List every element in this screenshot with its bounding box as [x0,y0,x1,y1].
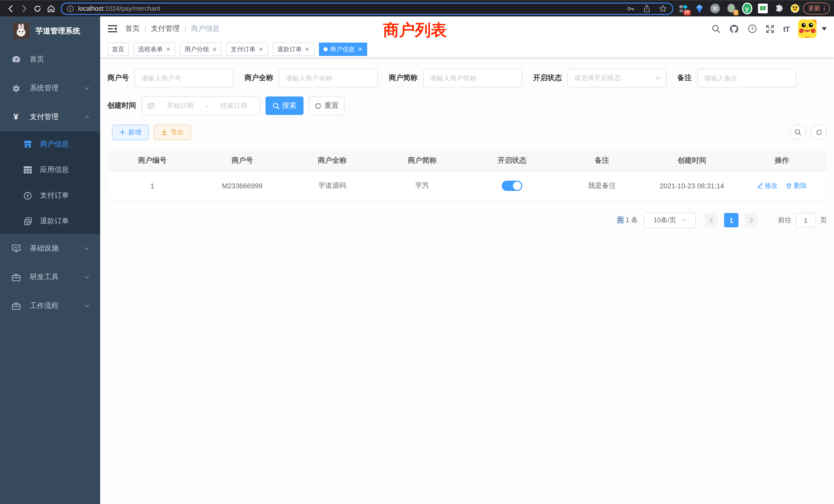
content: 商户号 商户全称 商户简称 开启状态 请选择开启状态 备注 创 [100,58,834,243]
full-name-input[interactable] [279,69,378,87]
short-name-input[interactable] [423,69,522,87]
tab-process-form[interactable]: 流程表单✕ [133,43,175,56]
share-icon[interactable] [643,4,651,13]
help-icon[interactable]: ? [748,24,757,33]
filter-label-short-name: 商户简称 [389,73,418,83]
tab-close-icon[interactable]: ✕ [358,46,363,53]
header-search-icon[interactable] [712,24,721,33]
edit-link[interactable]: 修改 [757,181,778,190]
col-short-name: 商户简称 [377,151,467,171]
browser-back-button[interactable] [4,2,18,15]
tab-close-icon[interactable]: ✕ [305,46,309,53]
cell-merchant-no: M233666999 [197,171,287,201]
extension-boards-icon[interactable]: 10 [678,3,688,14]
github-icon[interactable] [729,24,739,33]
start-date-placeholder[interactable]: 开始日期 [160,101,201,110]
col-merchant-id: 商户编号 [107,151,197,171]
browser-home-button[interactable] [44,2,58,15]
tab-user-group[interactable]: 用户分组✕ [180,43,221,56]
status-toggle[interactable] [502,181,522,191]
create-time-range-picker[interactable]: 开始日期 - 结束日期 [142,96,260,115]
tab-close-icon[interactable]: ✕ [212,46,217,53]
sidebar-item-pay-order[interactable]: ¥ 支付订单 [0,183,100,208]
sidebar-item-merchant-info[interactable]: 商户信息 [0,131,100,157]
col-actions: 操作 [737,151,827,171]
export-button[interactable]: 导出 [154,124,191,140]
next-page-button[interactable] [745,213,758,227]
user-avatar-menu[interactable] [798,20,827,38]
app-title: 芋道管理系统 [36,26,80,36]
status-select[interactable]: 请选择开启状态 [568,69,666,87]
sidebar-item-pay[interactable]: ¥ 支付管理 [0,102,100,131]
page-size-select[interactable]: 10条/页 [644,212,696,228]
breadcrumb-pay[interactable]: 支付管理 [151,24,180,33]
plus-icon [119,129,125,135]
sidebar-item-label: 应用信息 [40,165,69,175]
sidebar-item-dev-tools[interactable]: 研发工具 [0,263,100,292]
add-button[interactable]: 新增 [112,124,149,140]
cell-actions: 修改 删除 [737,171,827,201]
extension-chat-icon[interactable] [758,3,768,14]
site-info-icon[interactable] [67,5,74,12]
prev-page-button[interactable] [705,213,718,227]
browser-forward-button[interactable] [18,2,31,15]
breadcrumb-home[interactable]: 首页 [125,24,140,33]
goto-page-input[interactable] [795,213,816,227]
browser-update-button[interactable]: 更新 [803,3,830,14]
back-icon [7,4,15,13]
sidebar-item-label: 首页 [30,55,90,64]
merchant-no-input[interactable] [135,69,234,87]
tab-home[interactable]: 首页 [107,43,129,56]
sidebar-item-system[interactable]: 系统管理 [0,74,100,102]
extension-yudao-icon[interactable]: y [742,3,752,14]
fullscreen-icon[interactable] [766,24,774,33]
chevron-down-icon [84,245,90,251]
extension-gem-icon[interactable] [694,3,704,14]
toolbox-icon [11,273,21,282]
tab-close-icon[interactable]: ✕ [166,46,171,53]
sidebar-item-app-info[interactable]: 应用信息 [0,157,100,183]
extension-command-icon[interactable]: ⌘ [710,3,720,14]
reload-icon [34,4,42,13]
delete-link[interactable]: 删除 [786,181,807,190]
sidebar-item-workflow[interactable]: 工作流程 [0,292,100,320]
col-merchant-no: 商户号 [197,151,287,171]
grid-icon [24,166,32,174]
search-button[interactable]: 搜索 [265,96,304,115]
end-date-placeholder[interactable]: 结束日期 [213,101,254,110]
filter-label-merchant-no: 商户号 [107,73,129,83]
refresh-icon [815,129,822,136]
browser-menu-kebab-icon[interactable] [824,6,825,12]
sidebar-item-refund-order[interactable]: 退款订单 [0,208,100,234]
filter-row-1: 商户号 商户全称 商户简称 开启状态 请选择开启状态 备注 [107,69,827,87]
bookmark-star-icon[interactable] [659,4,667,13]
remark-input[interactable] [697,69,796,87]
refresh-table-button[interactable] [811,124,827,140]
extensions-puzzle-icon[interactable] [774,3,784,14]
browser-profile-avatar[interactable] [790,3,800,14]
address-bar[interactable]: localhost:1024/pay/merchant [61,2,673,15]
sidebar-item-home[interactable]: 首页 [0,45,100,74]
tags-view-bar: 首页 流程表单✕ 用户分组✕ 支付订单✕ 退款订单✕ 商户信息✕ [100,41,834,58]
tab-pay-order[interactable]: 支付订单✕ [226,43,268,56]
sidebar-item-infra[interactable]: 基础设施 [0,234,100,263]
password-key-icon[interactable] [626,4,635,13]
extension-badge: 10 [683,9,690,15]
tab-close-icon[interactable]: ✕ [259,46,263,53]
reset-button[interactable]: 重置 [309,96,345,115]
store-icon [24,140,32,148]
page-1-button[interactable]: 1 [724,213,739,227]
tab-merchant-info[interactable]: 商户信息✕ [319,43,367,56]
tab-refund-order[interactable]: 退款订单✕ [272,43,314,56]
sidebar-collapse-button[interactable] [108,25,117,33]
chevron-down-icon [84,303,90,309]
extension-recorder-icon[interactable]: 1 [726,3,736,14]
app-logo-row[interactable]: 芋道管理系统 [0,17,100,45]
goto-label: 前往 [778,215,791,225]
toggle-search-button[interactable] [790,124,806,140]
browser-reload-button[interactable] [31,2,44,15]
table-header-row: 商户编号 商户号 商户全称 商户简称 开启状态 备注 创建时间 操作 [107,151,827,171]
font-size-icon[interactable]: tT [783,24,789,33]
url-text[interactable]: localhost:1024/pay/merchant [78,5,621,12]
forward-icon [20,4,28,13]
